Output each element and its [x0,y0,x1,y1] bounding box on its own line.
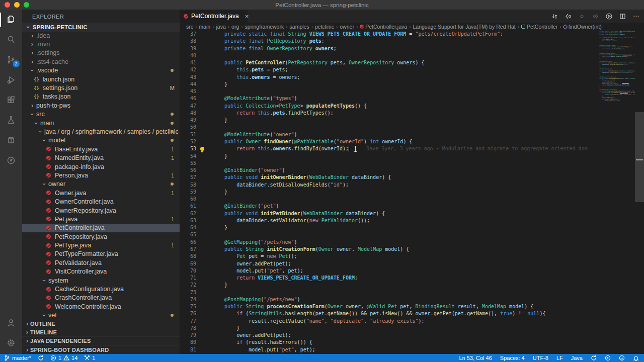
tree-item-pettypeformatter.java[interactable]: PetTypeFormatter.java [22,250,180,258]
tab-petcontroller-java[interactable]: PetController.java × [180,10,248,23]
split-editor-icon[interactable] [617,11,627,21]
tree-item-crashcontroller.java[interactable]: CrashController.java [22,294,180,302]
tree-item-owner.java[interactable]: Owner.java1 [22,189,180,197]
problems-status[interactable]: 1 14 [50,355,77,361]
java-projects-icon[interactable] [0,130,22,150]
tree-item-src[interactable]: ›src [22,110,180,119]
tree-item-namedentity.java[interactable]: NamedEntity.java1 [22,153,180,162]
minimize-window-button[interactable] [14,2,20,8]
tree-item-petcontroller.java[interactable]: PetController.java [22,224,180,232]
code-line-59[interactable]: 59 } [180,189,597,196]
code-line-52[interactable]: 52 public Owner findOwner(@PathVariable(… [180,138,597,145]
code-line-62[interactable]: 62 public void initPetBinder(WebDataBind… [180,210,597,217]
encoding-status[interactable]: UTF-8 [533,355,548,361]
tree-root-spring-petclinic[interactable]: › SPRING-PETCLINIC [22,23,180,32]
code-line-44[interactable]: 44 } [180,81,597,88]
java-server-status-icon[interactable] [605,355,611,361]
tree-item-ownerrepository.java[interactable]: OwnerRepository.java [22,206,180,215]
tree-item-baseentity.java[interactable]: BaseEntity.java1 [22,145,180,153]
git-branch-status[interactable]: master* [4,355,31,361]
code-line-38[interactable]: 38 private final PetRepository pets; [180,38,597,45]
close-window-button[interactable] [5,2,10,8]
explorer-icon[interactable] [0,10,22,30]
tree-item-petvalidator.java[interactable]: PetValidator.java [22,258,180,267]
section-timeline[interactable]: ›TIMELINE [22,328,180,336]
tree-item-.settings[interactable]: ›.settings [22,49,180,57]
breadcrumb-owner[interactable]: owner [340,24,354,30]
code-line-66[interactable]: 66 @GetMapping("/pets/new") [180,239,597,246]
code-line-37[interactable]: 37 private static final String VIEWS_PET… [180,31,597,38]
code-line-63[interactable]: 63 dataBinder.setValidator(new PetValida… [180,217,597,224]
language-mode-status[interactable]: Java [571,355,583,361]
code-line-42[interactable]: 42 this.pets = pets; [180,66,597,73]
indentation-status[interactable]: Spaces: 4 [500,355,525,361]
code-line-68[interactable]: 68 Pet pet = new Pet(); [180,253,597,260]
code-line-76[interactable]: 76 if (StringUtils.hasLength(pet.getName… [180,310,597,317]
code-line-55[interactable]: 55 [180,160,597,167]
test-explorer-icon[interactable] [0,110,22,130]
run-debug-icon[interactable] [0,70,22,90]
section-outline[interactable]: ›OUTLINE [22,319,180,327]
code-line-53[interactable]: 53 return this.owners.findById(ownerId);… [180,145,597,152]
tree-item-pettype.java[interactable]: PetType.java1 [22,241,180,249]
notifications-bell-icon[interactable] [633,355,639,361]
scrollbar-thumb[interactable] [635,112,644,202]
code-line-70[interactable]: 70 model.put("pet", pet); [180,267,597,275]
tree-item-package-info.java[interactable]: package-info.java [22,162,180,171]
breadcrumb-java[interactable]: java [216,24,225,30]
code-line-69[interactable]: 69 owner.addPet(pet); [180,260,597,267]
running-tasks-status[interactable]: 1 [84,355,95,361]
breadcrumb-language-support-for-java-tm-by-red-hat[interactable]: Language Support for Java(TM) by Red Hat [413,24,515,30]
code-line-74[interactable]: 74 @PostMapping("/pets/new") [180,296,597,303]
code-line-40[interactable]: 40 [180,52,597,59]
code-line-73[interactable]: 73 [180,289,597,296]
tree-item-model[interactable]: ›model [22,136,180,145]
run-java-icon[interactable] [604,11,614,21]
tree-item-java-org-springframework-samples-petclinic[interactable]: ›java / org / springframework / samples … [22,127,180,136]
feedback-smiley-icon[interactable] [619,355,625,361]
cursor-position-status[interactable]: Ln 53, Col 46 [459,355,492,361]
code-editor[interactable]: 37 private static final String VIEWS_PET… [180,31,644,354]
settings-gear-icon[interactable] [0,333,22,353]
code-line-61[interactable]: 61 @InitBinder("pet") [180,203,597,210]
breadcrumb-org[interactable]: org [231,24,239,30]
code-line-58[interactable]: 58 dataBinder.setDisallowedFields("id"); [180,182,597,189]
code-line-80[interactable]: 80 if (result.hasErrors()) { [180,339,597,346]
code-line-64[interactable]: 64 } [180,224,597,231]
code-line-45[interactable]: 45 [180,88,597,95]
language-status-icon[interactable] [591,355,597,361]
breadcrumb-findowner-int-[interactable]: findOwner(int) [564,24,602,30]
ci-pipeline-icon[interactable] [0,150,22,170]
tree-item-tasks.json[interactable]: {}tasks.json [22,93,180,101]
breadcrumb-petclinic[interactable]: petclinic [315,24,334,30]
code-line-77[interactable]: 77 result.rejectValue("name", "duplicate… [180,318,597,325]
code-line-54[interactable]: 54 } [180,153,597,160]
code-line-50[interactable]: 50 [180,124,597,131]
breadcrumb-petcontroller[interactable]: PetController [521,24,557,30]
tree-item-owner[interactable]: ›owner [22,180,180,189]
breadcrumb-samples[interactable]: samples [290,24,309,30]
code-line-60[interactable]: 60 [180,196,597,203]
tree-item-petrepository.java[interactable]: PetRepository.java [22,232,180,241]
tree-item-.mvn[interactable]: ›.mvn [22,40,180,48]
code-line-67[interactable]: 67 public String initCreationForm(Owner … [180,246,597,253]
tree-item-pet.java[interactable]: Pet.java1 [22,215,180,223]
code-line-49[interactable]: 49 } [180,117,597,124]
code-line-46[interactable]: 46 @ModelAttribute("types") [180,95,597,102]
go-forward-icon[interactable] [577,11,587,21]
zoom-window-button[interactable] [24,2,29,8]
more-actions-icon[interactable]: ⋯ [631,11,641,21]
breadcrumb-springframework[interactable]: springframework [245,24,284,30]
extensions-icon[interactable] [0,90,22,110]
code-line-72[interactable]: 72 } [180,282,597,289]
breadcrumb-petcontroller.java[interactable]: PetController.java [360,24,407,30]
accounts-icon[interactable] [0,313,22,333]
code-line-71[interactable]: 71 return VIEWS_PETS_CREATE_OR_UPDATE_FO… [180,275,597,282]
vertical-scrollbar[interactable] [635,31,644,354]
code-line-51[interactable]: 51 @ModelAttribute("owner") [180,131,597,138]
code-line-56[interactable]: 56 @InitBinder("owner") [180,167,597,174]
code-line-81[interactable]: 81 model.put("pet", pet); [180,346,597,353]
eol-status[interactable]: LF [556,355,563,361]
code-line-65[interactable]: 65 [180,231,597,238]
code-line-78[interactable]: 78 } [180,325,597,332]
